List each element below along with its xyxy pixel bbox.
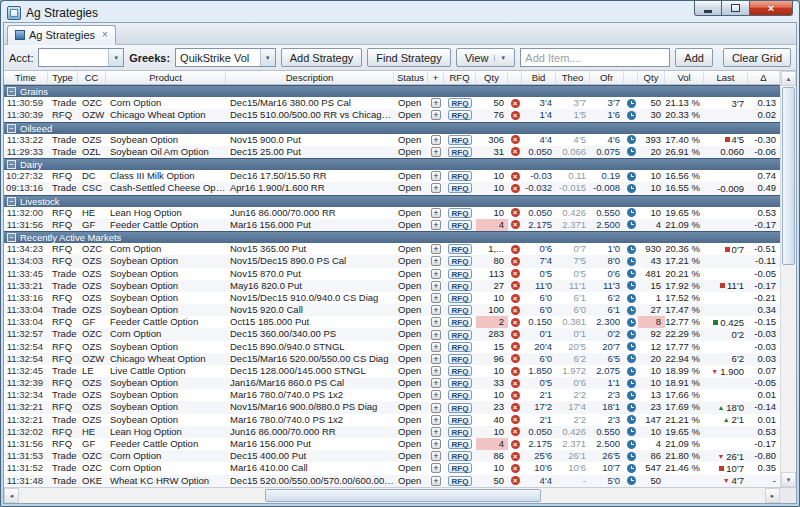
column-header-theo[interactable]: Theo (556, 71, 590, 84)
expand-button[interactable]: + (431, 305, 441, 315)
cancel-icon[interactable]: × (511, 476, 520, 485)
timer-icon[interactable] (627, 135, 636, 144)
column-header-qty[interactable]: Qty (476, 71, 508, 84)
cancel-icon[interactable]: × (511, 415, 520, 424)
cancel-icon[interactable]: × (511, 135, 520, 144)
scroll-up-icon[interactable]: ▲ (781, 71, 796, 86)
strategy-row[interactable]: 11:32:39RFQOZSSoybean OptionJan16/Mar16 … (4, 377, 780, 389)
cancel-icon[interactable]: × (511, 257, 520, 266)
cancel-icon[interactable]: × (511, 281, 520, 290)
timer-icon[interactable] (627, 245, 636, 254)
cancel-icon[interactable]: × (511, 111, 520, 120)
rfq-button[interactable]: RFQ (448, 208, 473, 218)
expand-button[interactable]: + (431, 354, 441, 364)
collapse-icon[interactable]: − (7, 197, 16, 206)
cancel-icon[interactable]: × (511, 452, 520, 461)
cancel-icon[interactable]: × (511, 330, 520, 339)
cancel-icon[interactable]: × (511, 427, 520, 436)
expand-button[interactable]: + (431, 342, 441, 352)
rfq-button[interactable]: RFQ (448, 110, 473, 120)
strategy-row[interactable]: 11:32:57TradeOZCCorn OptionDec15 360.00/… (4, 328, 780, 340)
scroll-right-icon[interactable]: ► (765, 488, 780, 503)
close-button[interactable]: × (749, 1, 793, 16)
expand-button[interactable]: + (431, 378, 441, 388)
view-button[interactable]: View ▼ (456, 48, 516, 67)
expand-button[interactable]: + (431, 208, 441, 218)
horizontal-scroll-thumb[interactable] (265, 489, 541, 502)
expand-button[interactable]: + (431, 415, 441, 425)
column-header-last[interactable]: Last (704, 71, 748, 84)
timer-icon[interactable] (627, 184, 636, 193)
strategy-row[interactable]: 11:33:21TradeOZSSoybean OptionMay16 820.… (4, 280, 780, 292)
timer-icon[interactable] (627, 427, 636, 436)
cancel-icon[interactable]: × (511, 306, 520, 315)
group-header-recently-active-markets[interactable]: −Recently Active Markets (4, 231, 780, 243)
expand-button[interactable]: + (431, 110, 441, 120)
timer-icon[interactable] (627, 99, 636, 108)
rfq-button[interactable]: RFQ (448, 366, 473, 376)
expand-button[interactable]: + (431, 269, 441, 279)
expand-button[interactable]: + (431, 317, 441, 327)
cancel-icon[interactable]: × (511, 184, 520, 193)
rfq-button[interactable]: RFQ (448, 439, 473, 449)
horizontal-scroll-track[interactable] (19, 488, 765, 503)
group-header-livestock[interactable]: −Livestock (4, 195, 780, 207)
timer-icon[interactable] (627, 330, 636, 339)
column-header-description[interactable]: Description (226, 71, 394, 84)
column-header-time[interactable]: Time (4, 71, 48, 84)
column-header-bid[interactable]: Bid (522, 71, 556, 84)
strategy-row[interactable]: 11:32:21RFQOZSSoybean OptionNov15/Mar16 … (4, 401, 780, 413)
cancel-icon[interactable]: × (511, 342, 520, 351)
strategy-row[interactable]: 11:30:59TradeOZCCorn OptionDec15/Mar16 3… (4, 97, 780, 109)
column-header-status[interactable]: Status (394, 71, 428, 84)
add-strategy-button[interactable]: Add Strategy (281, 48, 363, 67)
rfq-button[interactable]: RFQ (448, 147, 473, 157)
cancel-icon[interactable]: × (511, 269, 520, 278)
strategy-row[interactable]: 11:33:45TradeOZSSoybean OptionNov15 870.… (4, 268, 780, 280)
timer-icon[interactable] (627, 440, 636, 449)
expand-button[interactable]: + (431, 330, 441, 340)
cancel-icon[interactable]: × (511, 318, 520, 327)
expand-button[interactable]: + (431, 220, 441, 230)
rfq-button[interactable]: RFQ (448, 378, 473, 388)
strategy-row[interactable]: 11:33:04TradeOZSSoybean OptionNov15 920.… (4, 304, 780, 316)
collapse-icon[interactable]: − (7, 233, 16, 242)
rfq-button[interactable]: RFQ (448, 390, 473, 400)
expand-button[interactable]: + (431, 403, 441, 413)
expand-button[interactable]: + (431, 390, 441, 400)
column-header-timer[interactable] (624, 71, 638, 84)
strategy-row[interactable]: 11:32:54RFQOZSSoybean OptionDec15 890.0/… (4, 341, 780, 353)
timer-icon[interactable] (627, 391, 636, 400)
collapse-icon[interactable]: − (7, 160, 16, 169)
timer-icon[interactable] (627, 342, 636, 351)
vertical-scroll-thumb[interactable] (782, 87, 795, 265)
cancel-icon[interactable]: × (511, 464, 520, 473)
timer-icon[interactable] (627, 220, 636, 229)
column-header-expand[interactable]: + (428, 71, 444, 84)
rfq-button[interactable]: RFQ (448, 171, 473, 181)
strategy-row[interactable]: 11:31:48TradeOKEWheat KC HRW OptionDec15… (4, 475, 780, 487)
cancel-icon[interactable]: × (511, 99, 520, 108)
rfq-button[interactable]: RFQ (448, 342, 473, 352)
column-header-cancel[interactable] (508, 71, 522, 84)
acct-select[interactable]: ▼ (38, 48, 124, 67)
rfq-button[interactable]: RFQ (448, 476, 473, 486)
timer-icon[interactable] (627, 172, 636, 181)
expand-button[interactable]: + (431, 281, 441, 291)
tab-close-icon[interactable]: × (102, 30, 108, 40)
cancel-icon[interactable]: × (511, 379, 520, 388)
group-header-dairy[interactable]: −Dairy (4, 158, 780, 170)
expand-button[interactable]: + (431, 439, 441, 449)
clear-grid-button[interactable]: Clear Grid (723, 48, 791, 67)
tab-ag-strategies[interactable]: Ag Strategies × (7, 25, 116, 45)
rfq-button[interactable]: RFQ (448, 451, 473, 461)
strategy-row[interactable]: 11:31:52TradeOZCCorn OptionMar16 410.00 … (4, 462, 780, 474)
cancel-icon[interactable]: × (511, 354, 520, 363)
expand-button[interactable]: + (431, 171, 441, 181)
expand-button[interactable]: + (431, 293, 441, 303)
cancel-icon[interactable]: × (511, 147, 520, 156)
timer-icon[interactable] (627, 208, 636, 217)
column-header-qty-2[interactable]: Qty (638, 71, 665, 84)
rfq-button[interactable]: RFQ (448, 220, 473, 230)
rfq-button[interactable]: RFQ (448, 256, 473, 266)
